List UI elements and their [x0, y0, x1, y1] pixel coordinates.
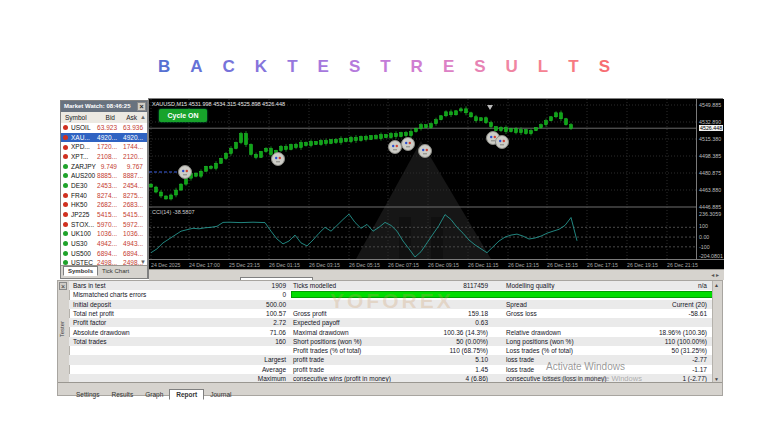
price-axis-label: 4532.890 — [699, 119, 721, 125]
ask-value: 5415... — [123, 210, 143, 220]
current-price-tag: 4526.448 — [699, 125, 723, 131]
title-letter: S — [599, 57, 610, 76]
ask-value: 63.936 — [123, 123, 143, 133]
report-value: -1.17 — [692, 365, 707, 374]
market-watch-row[interactable]: XAU...4920...4920... — [61, 133, 147, 143]
modelling-quality-bar — [291, 291, 715, 298]
tester-tab-report[interactable]: Report — [169, 389, 204, 400]
symbol-name: FR40 — [71, 191, 87, 201]
time-axis-label: 26 Dec 05:15 — [349, 262, 380, 268]
report-row: Mismatched charts errors0 — [69, 290, 715, 299]
report-label: Absolute drawdown — [73, 328, 130, 337]
ask-value: 8887... — [123, 171, 143, 181]
cycle-on-button[interactable]: Cycle ON — [159, 109, 207, 122]
bar-pointer-icon — [487, 105, 493, 110]
market-watch-row[interactable]: US304942...4943... — [61, 239, 147, 249]
time-axis-label: 24 Dec 17:00 — [189, 262, 220, 268]
tester-tab-results[interactable]: Results — [106, 390, 140, 399]
report-value: 160 — [275, 337, 286, 346]
ask-value: 8275... — [123, 191, 143, 201]
page-title: BACKTESTRESULTS — [0, 57, 768, 77]
report-value: 100.36 (14.3%) — [444, 328, 488, 337]
market-watch-row[interactable]: USOIL63.92363.936 — [61, 123, 147, 133]
close-icon[interactable]: × — [137, 102, 146, 111]
market-watch-row[interactable]: JP2255415...5415... — [61, 210, 147, 220]
report-label: Gross profit — [293, 309, 327, 318]
price-axis-label: 4463.880 — [699, 187, 721, 193]
symbol-name: US500 — [71, 249, 91, 259]
market-watch-row[interactable]: XPT...2108...2120... — [61, 152, 147, 162]
report-value: 1909 — [272, 281, 286, 290]
tab-scroll-arrows-icon[interactable]: ◂ ▸ — [711, 271, 719, 278]
indicator-axis-label: 236.3059 — [699, 211, 721, 217]
chart-panel: XAUUSD,M15 4531.998 4534.315 4525.898 45… — [148, 98, 723, 279]
activate-windows-watermark: Activate Windows — [546, 361, 625, 372]
report-label: loss trade — [506, 365, 534, 374]
indicator-axis-label: -100 — [699, 244, 710, 250]
report-value: 110 (100.00%) — [665, 337, 707, 346]
report-label: Profit trades (% of total) — [293, 346, 361, 355]
market-watch-row[interactable]: ZARJPY9.7499.767 — [61, 162, 147, 172]
report-label: Profit factor — [73, 318, 106, 327]
symbol-status-icon — [63, 164, 68, 169]
bid-value: 6894... — [97, 249, 117, 259]
market-watch-row[interactable]: US5006894...6894... — [61, 249, 147, 259]
tab-tick-chart[interactable]: Tick Chart — [98, 267, 133, 275]
title-letter: S — [474, 57, 485, 76]
report-value: 8117459 — [463, 281, 488, 290]
market-watch-row[interactable]: UK1001036...1036... — [61, 229, 147, 239]
tester-tab-settings[interactable]: Settings — [70, 390, 106, 399]
market-watch-row[interactable]: DE302453...2454... — [61, 181, 147, 191]
price-axis-label: 4446.885 — [699, 204, 721, 210]
title-letter: C — [223, 57, 235, 76]
close-icon[interactable]: × — [59, 282, 67, 290]
market-watch-row[interactable]: FR408274...8275... — [61, 191, 147, 201]
bid-value: 8885... — [97, 171, 117, 181]
market-watch-row[interactable]: XPD...1720...1744... — [61, 142, 147, 152]
bid-value: 2453... — [97, 181, 117, 191]
symbol-status-icon — [63, 154, 68, 159]
indicator-axis-label: 100 — [699, 223, 708, 229]
tester-tab-journal[interactable]: Journal — [204, 390, 237, 399]
tab-symbols[interactable]: Symbols — [63, 266, 98, 276]
scroll-up-icon[interactable]: ▲ — [714, 282, 719, 288]
candles-group — [150, 106, 573, 200]
indicator-label: CCI(14) -38.5807 — [152, 209, 195, 215]
title-letter: B — [158, 57, 170, 76]
ask-value: 2683... — [123, 200, 143, 210]
report-scrollbar[interactable]: ▲ ▼ — [712, 281, 722, 383]
tester-tab-graph[interactable]: Graph — [139, 390, 169, 399]
bid-value: 4942... — [97, 239, 117, 249]
report-value: 0.63 — [475, 318, 488, 327]
market-watch-row[interactable]: HK502682...2683... — [61, 200, 147, 210]
price-axis-label: 4549.885 — [699, 102, 721, 108]
market-watch-row[interactable]: STOX...5970...5972... — [61, 220, 147, 230]
report-value: 50 (0.00%) — [456, 337, 488, 346]
symbol-name: DE30 — [71, 181, 87, 191]
symbol-name: XPT... — [71, 152, 88, 162]
scroll-up-icon[interactable]: ▲ — [140, 114, 146, 120]
ask-value: 6894... — [123, 249, 143, 259]
market-watch-title: Market Watch: 08:46:25 — [64, 103, 130, 109]
symbol-name: STOX... — [71, 220, 94, 230]
symbol-status-icon — [63, 173, 68, 178]
report-value: 159.18 — [468, 309, 488, 318]
ask-value: 5972... — [123, 220, 143, 230]
report-value: 0 — [282, 290, 286, 299]
report-row: Initial deposit500.00SpreadCurrent (20) — [69, 300, 715, 309]
bid-value: 4920... — [97, 133, 117, 143]
title-letter: K — [255, 57, 267, 76]
trade-marker-icon — [389, 141, 402, 154]
report-value: 2.72 — [273, 318, 286, 327]
symbol-name: AUS200 — [71, 171, 95, 181]
title-letter: U — [506, 57, 518, 76]
market-watch-row[interactable]: AUS2008885...8887... — [61, 171, 147, 181]
ask-value: 2120... — [123, 152, 143, 162]
report-value: 110 (68.75%) — [449, 346, 488, 355]
ask-value: 1744... — [123, 142, 143, 152]
ask-value: 2454... — [123, 181, 143, 191]
report-label: Loss trades (% of total) — [506, 346, 573, 355]
report-value: -2.77 — [692, 355, 707, 364]
report-label: Gross loss — [506, 309, 537, 318]
symbol-status-icon — [63, 125, 68, 130]
